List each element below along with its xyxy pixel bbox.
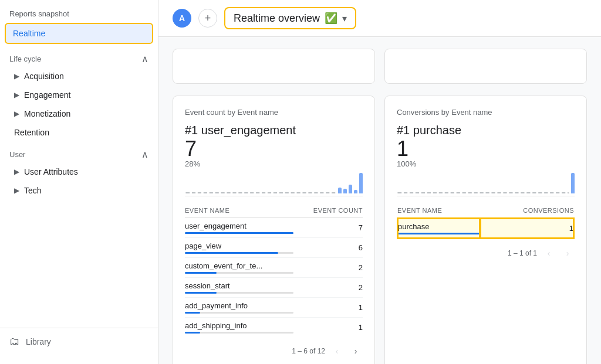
event-count-percent: 28%: [185, 159, 363, 168]
sidebar-item-tech[interactable]: ▶ Tech: [0, 181, 158, 200]
main-content: A + Realtime overview ✅ ▾ Event count by…: [158, 0, 601, 364]
row-bar: [185, 292, 217, 294]
row-bar: [398, 233, 480, 234]
table-row: session_start 2: [185, 278, 363, 298]
col-event-name: EVENT NAME: [397, 203, 480, 218]
event-count-table: EVENT NAME EVENT COUNT user_engagement 7…: [185, 203, 363, 337]
lifecycle-chevron-icon[interactable]: ∧: [141, 53, 148, 64]
chart-bar: [338, 188, 342, 193]
header: A + Realtime overview ✅ ▾: [158, 0, 601, 37]
event-name-cell: purchase: [397, 218, 480, 239]
conversions-percent: 100%: [397, 159, 575, 168]
row-bar-container: [398, 233, 480, 234]
reports-snapshot-label: Reports snapshot: [0, 9, 158, 23]
conversions-number: 1: [397, 138, 575, 159]
col-event-count: EVENT COUNT: [293, 203, 363, 218]
event-name-cell: add_shipping_info: [185, 318, 293, 338]
event-name-cell: page_view: [185, 238, 293, 258]
event-count-pagination: 1 – 6 of 12 ‹ ›: [185, 344, 363, 358]
event-count-cell: 2: [293, 258, 363, 278]
sidebar-item-engagement[interactable]: ▶ Engagement: [0, 86, 158, 104]
event-name-cell: custom_event_for_te...: [185, 258, 293, 278]
arrow-icon: ▶: [14, 91, 19, 99]
check-icon: ✅: [325, 12, 337, 25]
event-count-cell: 2: [293, 278, 363, 298]
event-count-top-item: #1 user_engagement: [185, 124, 363, 137]
chart-dashed-line: [185, 192, 336, 193]
conversions-chart: [397, 173, 575, 196]
row-bar: [185, 272, 217, 274]
sidebar-item-label: User Attributes: [24, 167, 78, 176]
chart-bar: [349, 185, 352, 193]
row-bar: [185, 252, 278, 254]
user-chevron-icon[interactable]: ∧: [141, 149, 148, 160]
event-count-cell: 7: [293, 218, 363, 238]
library-icon: 🗂: [9, 335, 20, 348]
user-label: User: [9, 150, 25, 159]
conversions-title: Conversions by Event name: [397, 108, 575, 117]
sidebar-item-label: Engagement: [24, 90, 70, 100]
col-conversions: CONVERSIONS: [480, 203, 574, 218]
sidebar-item-label: Retention: [14, 128, 49, 137]
event-count-number: 7: [185, 138, 363, 159]
conversions-pagination: 1 – 1 of 1 ‹ ›: [397, 246, 575, 260]
event-name-cell: add_payment_info: [185, 298, 293, 318]
sidebar-item-monetization[interactable]: ▶ Monetization: [0, 104, 158, 123]
row-bar-container: [185, 252, 293, 254]
table-row: add_shipping_info 1: [185, 318, 363, 338]
lifecycle-section: Life cycle ∧: [0, 46, 158, 67]
add-button[interactable]: +: [198, 9, 217, 28]
row-bar: [185, 332, 200, 334]
event-count-page-info: 1 – 6 of 12: [292, 347, 325, 355]
sidebar-item-retention[interactable]: Retention: [0, 123, 158, 142]
sidebar-item-acquisition[interactable]: ▶ Acquisition: [0, 67, 158, 86]
table-row: add_payment_info 1: [185, 298, 363, 318]
event-name-cell: user_engagement: [185, 218, 293, 238]
conversions-prev-btn[interactable]: ‹: [542, 246, 556, 260]
event-count-top-name: user_engagement: [201, 124, 296, 137]
sidebar-item-label: Acquisition: [24, 72, 64, 81]
chart-bar: [354, 190, 357, 193]
event-count-cell: 6: [293, 238, 363, 258]
event-count-chart: [185, 173, 363, 196]
sidebar-item-label: Tech: [24, 186, 42, 195]
arrow-icon: ▶: [14, 186, 19, 195]
sidebar-item-user-attributes[interactable]: ▶ User Attributes: [0, 162, 158, 181]
page-title-box: Realtime overview ✅ ▾: [224, 7, 356, 29]
event-count-prev-btn[interactable]: ‹: [330, 344, 344, 358]
conversions-card: Conversions by Event name #1 purchase 1 …: [384, 96, 587, 364]
sidebar-item-realtime[interactable]: Realtime: [5, 23, 153, 44]
table-row: purchase 1: [397, 218, 574, 239]
event-count-cell: 1: [293, 298, 363, 318]
lifecycle-label: Life cycle: [9, 55, 41, 63]
row-bar: [185, 232, 293, 234]
row-bar-container: [185, 292, 293, 294]
cards-row: Event count by Event name #1 user_engage…: [173, 96, 587, 364]
conversions-count-cell: 1: [480, 218, 574, 239]
user-section: User ∧: [0, 142, 158, 162]
chart-bar: [359, 173, 363, 193]
event-name-cell: session_start: [185, 278, 293, 298]
summary-card-2: [384, 49, 587, 84]
table-row: page_view 6: [185, 238, 363, 258]
library-link[interactable]: 🗂 Library: [0, 328, 158, 355]
conversions-page-info: 1 – 1 of 1: [508, 249, 537, 257]
row-bar-container: [185, 332, 293, 334]
content-area: Event count by Event name #1 user_engage…: [158, 37, 601, 364]
row-bar-container: [185, 232, 293, 234]
arrow-icon: ▶: [14, 168, 19, 176]
col-event-name: EVENT NAME: [185, 203, 293, 218]
event-count-title: Event count by Event name: [185, 108, 363, 117]
dropdown-icon[interactable]: ▾: [342, 13, 347, 24]
conversions-rank: #1: [397, 124, 410, 137]
top-summary: [173, 49, 587, 84]
sidebar-item-label: Monetization: [24, 109, 70, 118]
summary-card-1: [173, 49, 375, 84]
event-count-cell: 1: [293, 318, 363, 338]
sidebar: Reports snapshot Realtime Life cycle ∧ ▶…: [0, 0, 158, 364]
event-count-card: Event count by Event name #1 user_engage…: [173, 96, 375, 364]
conversions-next-btn[interactable]: ›: [561, 246, 575, 260]
row-bar-container: [185, 312, 293, 314]
event-count-next-btn[interactable]: ›: [349, 344, 363, 358]
table-row: custom_event_for_te... 2: [185, 258, 363, 278]
